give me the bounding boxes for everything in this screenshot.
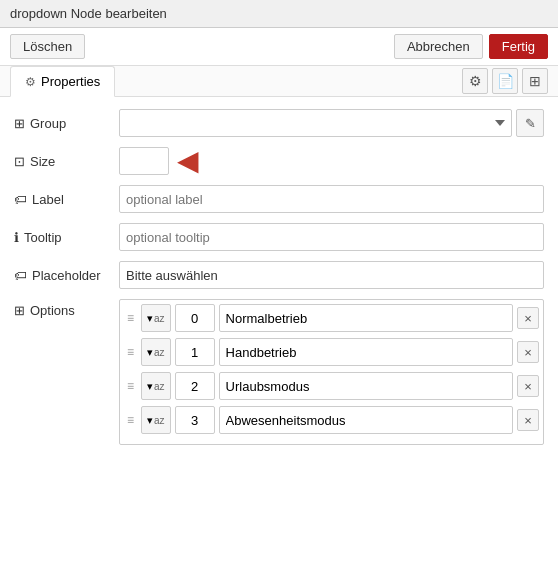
option-remove-button[interactable]: × — [517, 409, 539, 431]
options-section: ⊞ Options ≡ ▾ az × ≡ ▾ az — [14, 299, 544, 445]
az-label: az — [154, 347, 165, 358]
size-input[interactable]: 3 x 1 — [119, 147, 169, 175]
options-icon: ⊞ — [14, 303, 25, 318]
delete-button[interactable]: Löschen — [10, 34, 85, 59]
close-icon: × — [524, 311, 532, 326]
tooltip-input[interactable] — [119, 223, 544, 251]
option-value-input[interactable] — [219, 304, 513, 332]
placeholder-label: 🏷 Placeholder — [14, 268, 119, 283]
close-icon: × — [524, 413, 532, 428]
placeholder-input[interactable] — [119, 261, 544, 289]
options-container: ≡ ▾ az × ≡ ▾ az × ≡ ▾ a — [119, 299, 544, 445]
option-remove-button[interactable]: × — [517, 307, 539, 329]
tab-document-button[interactable]: 📄 — [492, 68, 518, 94]
sort-button[interactable]: ▾ az — [141, 372, 171, 400]
size-row: ⊡ Size 3 x 1 — [14, 147, 544, 175]
list-item: ≡ ▾ az × — [124, 338, 539, 366]
size-wrap: 3 x 1 — [119, 147, 237, 175]
grid-icon: ⊞ — [529, 73, 541, 89]
drag-handle[interactable]: ≡ — [124, 309, 137, 327]
az-label: az — [154, 381, 165, 392]
placeholder-row: 🏷 Placeholder — [14, 261, 544, 289]
group-select[interactable] — [119, 109, 512, 137]
az-label: az — [154, 415, 165, 426]
properties-tab-icon: ⚙ — [25, 75, 36, 89]
tooltip-row: ℹ Tooltip — [14, 223, 544, 251]
list-item: ≡ ▾ az × — [124, 304, 539, 332]
size-icon: ⊡ — [14, 154, 25, 169]
toolbar-left: Löschen — [10, 34, 85, 59]
option-value-input[interactable] — [219, 372, 513, 400]
group-edit-button[interactable]: ✎ — [516, 109, 544, 137]
options-scroll[interactable]: ≡ ▾ az × ≡ ▾ az × ≡ ▾ a — [120, 300, 543, 444]
option-index-input[interactable] — [175, 338, 215, 366]
group-label: ⊞ Group — [14, 116, 119, 131]
option-remove-button[interactable]: × — [517, 375, 539, 397]
done-button[interactable]: Fertig — [489, 34, 548, 59]
drag-handle[interactable]: ≡ — [124, 377, 137, 395]
sort-button[interactable]: ▾ az — [141, 406, 171, 434]
close-icon: × — [524, 379, 532, 394]
option-index-input[interactable] — [175, 406, 215, 434]
sort-button[interactable]: ▾ az — [141, 304, 171, 332]
sort-down-icon: ▾ — [147, 380, 153, 393]
tab-actions: ⚙ 📄 ⊞ — [462, 68, 548, 94]
toolbar: Löschen Abbrechen Fertig — [0, 28, 558, 66]
option-remove-button[interactable]: × — [517, 341, 539, 363]
toolbar-right: Abbrechen Fertig — [394, 34, 548, 59]
option-value-input[interactable] — [219, 406, 513, 434]
group-icon: ⊞ — [14, 116, 25, 131]
settings-icon: ⚙ — [469, 73, 482, 89]
option-index-input[interactable] — [175, 372, 215, 400]
document-icon: 📄 — [497, 73, 514, 89]
content-area: ⊞ Group ✎ ⊡ Size 3 x 1 🏷 Label ℹ — [0, 97, 558, 467]
tabs-bar: ⚙ Properties ⚙ 📄 ⊞ — [0, 66, 558, 97]
title-text: dropdown Node bearbeiten — [10, 6, 167, 21]
tooltip-icon: ℹ — [14, 230, 19, 245]
list-item: ≡ ▾ az × — [124, 406, 539, 434]
sort-down-icon: ▾ — [147, 312, 153, 325]
option-index-input[interactable] — [175, 304, 215, 332]
tab-grid-button[interactable]: ⊞ — [522, 68, 548, 94]
arrow-indicator — [177, 149, 237, 173]
tab-properties[interactable]: ⚙ Properties — [10, 66, 115, 97]
pencil-icon: ✎ — [525, 116, 536, 131]
list-item: ≡ ▾ az × — [124, 372, 539, 400]
label-row: 🏷 Label — [14, 185, 544, 213]
cancel-button[interactable]: Abbrechen — [394, 34, 483, 59]
drag-handle[interactable]: ≡ — [124, 411, 137, 429]
label-input[interactable] — [119, 185, 544, 213]
option-value-input[interactable] — [219, 338, 513, 366]
tab-properties-label: Properties — [41, 74, 100, 89]
options-label: ⊞ Options — [14, 299, 119, 318]
group-input-wrap: ✎ — [119, 109, 544, 137]
tooltip-label: ℹ Tooltip — [14, 230, 119, 245]
label-icon: 🏷 — [14, 192, 27, 207]
size-label: ⊡ Size — [14, 154, 119, 169]
close-icon: × — [524, 345, 532, 360]
group-row: ⊞ Group ✎ — [14, 109, 544, 137]
sort-down-icon: ▾ — [147, 346, 153, 359]
az-label: az — [154, 313, 165, 324]
title-bar: dropdown Node bearbeiten — [0, 0, 558, 28]
drag-handle[interactable]: ≡ — [124, 343, 137, 361]
sort-down-icon: ▾ — [147, 414, 153, 427]
tab-settings-button[interactable]: ⚙ — [462, 68, 488, 94]
sort-button[interactable]: ▾ az — [141, 338, 171, 366]
placeholder-icon: 🏷 — [14, 268, 27, 283]
label-label: 🏷 Label — [14, 192, 119, 207]
